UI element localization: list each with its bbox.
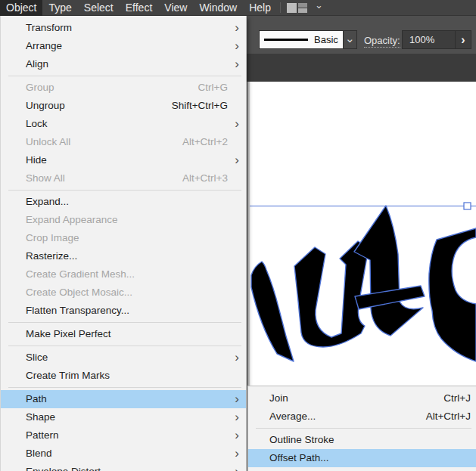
menu-item-label: Align (26, 58, 48, 70)
menu-separator (256, 428, 471, 429)
menu-item-ungroup[interactable]: UngroupShift+Ctrl+G (1, 97, 246, 115)
menu-item-label: Create Trim Marks (26, 370, 110, 381)
menu-item-label: Crop Image (26, 232, 79, 243)
menubar: ObjectTypeSelectEffectViewWindowHelp ⌄ (0, 0, 476, 16)
path-submenu: JoinCtrl+JAverage...Alt+Ctrl+JOutline St… (247, 386, 476, 471)
stroke-style-field[interactable]: Basic (260, 31, 343, 48)
stroke-style-dropdown[interactable]: Basic ⌄ (259, 30, 357, 49)
submenu-arrow-icon: › (235, 445, 239, 463)
menu-item-label: Create Gradient Mesh... (26, 268, 135, 280)
menu-item-offset-path[interactable]: Offset Path... (248, 449, 476, 467)
menubar-item-type[interactable]: Type (42, 0, 77, 16)
menu-item-create-gradient-mesh: Create Gradient Mesh... (1, 265, 246, 284)
menu-item-label: Offset Path... (269, 452, 329, 463)
menu-item-pattern[interactable]: Pattern› (1, 426, 246, 445)
menu-item-make-pixel-perfect[interactable]: Make Pixel Perfect (1, 325, 246, 343)
menu-item-label: Envelope Distort (26, 466, 101, 471)
menu-item-hide[interactable]: Hide› (1, 151, 246, 169)
submenu-arrow-icon: › (235, 55, 239, 73)
menu-item-expand-appearance: Expand Appearance (1, 211, 246, 229)
menu-item-label: Average... (269, 411, 316, 422)
control-bar: Basic ⌄ Opacity: 100% › (247, 16, 476, 54)
menu-item-expand[interactable]: Expand... (1, 193, 246, 211)
menu-item-shortcut: Alt+Ctrl+3 (182, 169, 228, 187)
letter-u[interactable] (294, 241, 369, 347)
menubar-item-help[interactable]: Help (243, 0, 277, 16)
menu-item-unlock-all: Unlock AllAlt+Ctrl+2 (1, 133, 246, 151)
menu-item-slice[interactable]: Slice› (1, 349, 246, 367)
submenu-arrow-icon: › (235, 390, 239, 408)
menu-separator (8, 76, 241, 76)
menu-item-outline-stroke[interactable]: Outline Stroke (248, 431, 476, 449)
opacity-value-box[interactable]: 100% › (402, 30, 471, 49)
menu-item-label: Shape (26, 411, 55, 423)
menu-separator (8, 190, 241, 191)
menu-separator (8, 322, 241, 323)
menu-item-show-all: Show AllAlt+Ctrl+3 (1, 169, 246, 187)
menu-item-average[interactable]: Average...Alt+Ctrl+J (248, 407, 476, 426)
menu-item-label: Create Object Mosaic... (26, 287, 132, 298)
submenu-arrow-icon: › (235, 151, 239, 169)
menu-item-align[interactable]: Align› (1, 55, 246, 73)
workspace-layout-icon[interactable] (287, 3, 308, 13)
menu-item-envelope-distort[interactable]: Envelope Distort› (1, 463, 246, 471)
menu-item-blend[interactable]: Blend› (1, 445, 246, 463)
menu-item-label: Pattern (26, 429, 59, 441)
menu-item-rasterize[interactable]: Rasterize... (1, 247, 246, 265)
menu-item-label: Join (269, 392, 288, 404)
submenu-arrow-icon: › (235, 19, 239, 37)
menubar-item-window[interactable]: Window (193, 0, 243, 16)
menu-item-label: Arrange (26, 40, 62, 51)
stroke-dropdown-chevron-icon[interactable]: ⌄ (343, 31, 356, 48)
menu-item-label: Ungroup (26, 100, 65, 111)
submenu-arrow-icon: › (235, 115, 239, 133)
menu-item-create-object-mosaic: Create Object Mosaic... (1, 284, 246, 302)
submenu-arrow-icon: › (235, 349, 239, 367)
menu-item-label: Group (26, 82, 54, 93)
menubar-item-view[interactable]: View (158, 0, 193, 16)
menu-item-lock[interactable]: Lock› (1, 115, 246, 133)
menu-item-shortcut: Alt+Ctrl+J (426, 407, 471, 426)
submenu-arrow-icon: › (235, 426, 239, 445)
menu-item-transform[interactable]: Transform› (1, 19, 246, 37)
stroke-preview-line (264, 39, 308, 41)
opacity-label[interactable]: Opacity: (364, 35, 400, 48)
menu-item-shape[interactable]: Shape› (1, 408, 246, 426)
menu-item-group: GroupCtrl+G (1, 79, 246, 97)
blackletter-text-paths[interactable] (251, 206, 476, 361)
menu-separator (8, 387, 241, 388)
menu-item-label: Lock (26, 118, 48, 129)
stroke-style-value: Basic (314, 34, 338, 45)
menu-item-label: Slice (26, 352, 48, 363)
menubar-divider (280, 2, 281, 13)
menubar-item-select[interactable]: Select (78, 0, 120, 16)
menu-item-label: Blend (26, 448, 52, 459)
submenu-arrow-icon: › (235, 408, 239, 426)
menu-item-label: Expand... (26, 196, 69, 207)
submenu-arrow-icon: › (235, 37, 239, 55)
menu-item-shortcut: Shift+Ctrl+G (172, 97, 228, 115)
menu-item-join[interactable]: JoinCtrl+J (248, 389, 476, 407)
menubar-item-object[interactable]: Object (0, 0, 42, 16)
menu-item-path[interactable]: Path› (1, 390, 246, 408)
menu-item-flatten-transparency[interactable]: Flatten Transparency... (1, 302, 246, 320)
menu-item-create-trim-marks[interactable]: Create Trim Marks (1, 367, 246, 385)
selection-handle[interactable] (464, 203, 471, 209)
menubar-item-effect[interactable]: Effect (120, 0, 159, 16)
opacity-value: 100% (403, 34, 455, 45)
object-menu: Transform›Arrange›Align›GroupCtrl+GUngro… (0, 16, 247, 471)
menu-item-shortcut: Alt+Ctrl+2 (182, 133, 228, 151)
menu-item-shortcut: Ctrl+G (198, 79, 228, 97)
app-background-strip (247, 54, 476, 82)
menu-item-arrange[interactable]: Arrange› (1, 37, 246, 55)
opacity-expand-chevron-icon[interactable]: › (455, 31, 471, 48)
chevron-down-icon[interactable]: ⌄ (315, 2, 323, 9)
menu-item-label: Outline Stroke (269, 434, 334, 445)
menu-separator (8, 346, 241, 346)
letter-c-partial[interactable] (429, 228, 476, 361)
letter-stroke-left[interactable] (251, 262, 294, 361)
menu-item-label: Expand Appearance (26, 214, 118, 225)
menu-item-label: Hide (26, 154, 47, 166)
menu-item-label: Path (26, 393, 47, 404)
menu-item-crop-image: Crop Image (1, 229, 246, 247)
